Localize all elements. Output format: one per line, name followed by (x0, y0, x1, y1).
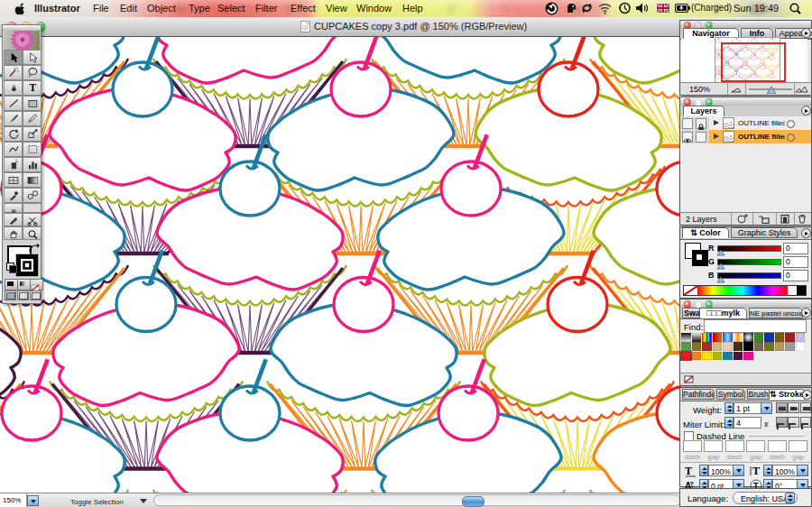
svg-text:T: T (685, 465, 692, 477)
svg-text:T: T (752, 465, 760, 477)
svg-text:T: T (30, 82, 37, 93)
